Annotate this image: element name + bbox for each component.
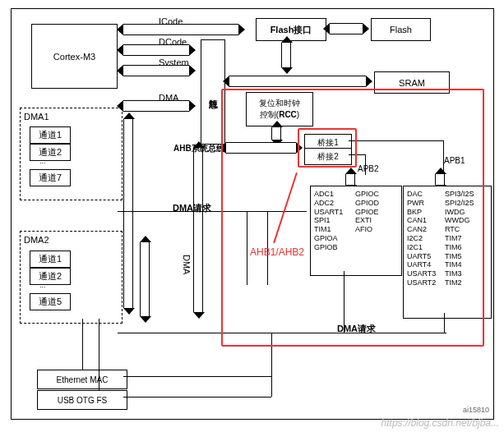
cortex-label: Cortex-M3 <box>53 52 95 62</box>
dma-arrow <box>123 100 189 112</box>
usb-hline <box>123 397 271 398</box>
dcode-arrow <box>123 44 189 56</box>
dma-side-varrow <box>193 148 203 312</box>
flash-link-arrow <box>330 23 363 34</box>
dma1-ch7: 通道7 <box>30 169 71 186</box>
dma-req1-label: DMA请求 <box>173 202 211 214</box>
eth-hline <box>123 376 271 377</box>
dma2-varrow <box>140 242 150 316</box>
icode-arrow <box>123 24 238 35</box>
doc-id: ai15810 <box>463 406 489 414</box>
red-bridge-box <box>298 128 357 168</box>
dma2-dots: ··· <box>39 283 46 291</box>
flash-if-down <box>281 43 291 67</box>
stm32-bus-diagram: Cortex-M3 ICode DCode System DMA 总线矩阵 DM… <box>0 0 504 432</box>
dma2-ch1: 通道1 <box>30 250 71 268</box>
dma1-label: DMA1 <box>24 112 49 122</box>
dma2-ch5: 通道5 <box>30 293 71 310</box>
dma-side-label: DMA <box>182 255 192 274</box>
usb-block: USB OTG FS <box>37 390 127 410</box>
red-text: AHB1/AHB2 <box>250 246 304 258</box>
eth-conn2 <box>99 319 99 390</box>
dma1-dots: ··· <box>39 159 46 167</box>
dma1-ch2: 通道2 <box>30 144 71 161</box>
flash-block: Flash <box>371 18 431 41</box>
dma2-ch2: 通道2 <box>30 268 71 285</box>
dma2-label: DMA2 <box>24 235 49 245</box>
ahb-label: AHB系统总线 <box>173 143 224 154</box>
cortex-m3-block: Cortex-M3 <box>31 24 118 89</box>
dma1-ch1: 通道1 <box>30 126 71 144</box>
eth-block: Ethernet MAC <box>37 370 127 389</box>
system-arrow <box>123 65 189 76</box>
eth-conn1 <box>82 319 83 370</box>
dma1-varrow <box>123 119 133 308</box>
watermark: https://blog.csdn.net/bjba... <box>381 417 499 429</box>
sram-arrow <box>229 76 366 87</box>
